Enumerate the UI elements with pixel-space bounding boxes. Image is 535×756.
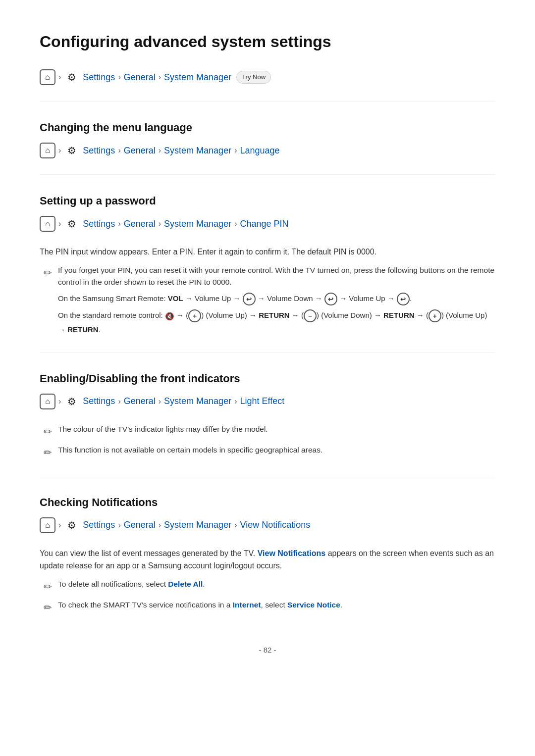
std-arrow-1: → ( bbox=[176, 311, 188, 319]
std-arrow-3b: ) (Volume Up) bbox=[441, 311, 487, 319]
std-vol-up-2: + bbox=[428, 309, 441, 322]
arrow-icon-2: › bbox=[118, 71, 120, 83]
home-icon-4: ⌂ bbox=[40, 394, 55, 409]
arrow-vol-1: → Volume Up → bbox=[185, 294, 243, 302]
circle-btn-3: ↩ bbox=[397, 293, 410, 305]
std-arrow-2: → ( bbox=[292, 311, 304, 319]
arrow-4-1: › bbox=[58, 396, 61, 407]
standard-remote-label: On the standard remote control: bbox=[58, 311, 165, 319]
general-link-2[interactable]: General bbox=[124, 144, 156, 157]
indicators-note-2: ✏ This function is not available on cert… bbox=[40, 444, 495, 460]
notifications-body: You can view the list of event messages … bbox=[40, 547, 495, 572]
system-manager-link-1[interactable]: System Manager bbox=[164, 71, 231, 84]
settings-icon-3: ⚙ bbox=[64, 216, 80, 232]
pencil-icon-2: ✏ bbox=[44, 424, 52, 439]
arrow-3-4: › bbox=[234, 218, 237, 230]
settings-link-2[interactable]: Settings bbox=[83, 144, 115, 157]
circle-btn-2: ↩ bbox=[324, 293, 337, 305]
settings-icon-1: ⚙ bbox=[64, 69, 80, 85]
arrow-5-2: › bbox=[118, 519, 120, 531]
arrow-5-1: › bbox=[58, 519, 61, 531]
home-icon: ⌂ bbox=[40, 69, 55, 85]
indicators-note-2-text: This function is not available on certai… bbox=[58, 444, 322, 456]
notifications-note-1-text: To delete all notifications, select Dele… bbox=[58, 578, 205, 591]
home-icon-3: ⌂ bbox=[40, 216, 55, 232]
light-effect-link[interactable]: Light Effect bbox=[240, 395, 284, 408]
indicators-note-1: ✏ The colour of the TV's indicator light… bbox=[40, 423, 495, 439]
password-note-1-text: If you forget your PIN, you can reset it… bbox=[58, 264, 495, 336]
arrow-4-3: › bbox=[159, 396, 161, 407]
settings-link-5[interactable]: Settings bbox=[83, 518, 115, 532]
std-vol-down: − bbox=[304, 309, 317, 322]
nav-path-4: ⌂ › ⚙ Settings › General › System Manage… bbox=[40, 394, 495, 409]
notifications-note-2: ✏ To check the SMART TV's service notifi… bbox=[40, 599, 495, 615]
service-notice-link[interactable]: Service Notice bbox=[287, 601, 340, 609]
section-indicators bbox=[40, 352, 495, 353]
arrow-2-1: › bbox=[58, 145, 61, 156]
internet-link[interactable]: Internet bbox=[233, 601, 261, 609]
system-manager-link-2[interactable]: System Manager bbox=[164, 144, 231, 157]
mute-icon: 🔇 bbox=[165, 309, 174, 323]
arrow-4-2: › bbox=[118, 396, 120, 407]
nav-path-2: ⌂ › ⚙ Settings › General › System Manage… bbox=[40, 143, 495, 158]
arrow-3-1: › bbox=[58, 218, 61, 230]
password-body: The PIN input window appears. Enter a PI… bbox=[40, 246, 495, 258]
nav-path-1: ⌂ › ⚙ Settings › General › System Manage… bbox=[40, 69, 495, 85]
view-notifications-link-nav[interactable]: View Notifications bbox=[240, 518, 310, 532]
arrow-5-3: › bbox=[159, 519, 161, 531]
section-indicators-title: Enabling/Disabling the front indicators bbox=[40, 370, 495, 387]
view-notifications-inline-link[interactable]: View Notifications bbox=[258, 549, 326, 557]
settings-link-3[interactable]: Settings bbox=[83, 217, 115, 231]
arrow-2-2: › bbox=[118, 145, 120, 156]
arrow-icon-3: › bbox=[159, 71, 161, 83]
vol-label: VOL bbox=[168, 294, 183, 302]
section-language-title: Changing the menu language bbox=[40, 119, 495, 136]
return-text-2: RETURN bbox=[383, 311, 415, 319]
page-number: - 82 - bbox=[40, 645, 495, 656]
arrow-3-3: › bbox=[159, 218, 161, 230]
notifications-body-1: You can view the list of event messages … bbox=[40, 549, 258, 557]
standard-remote-line: On the standard remote control: 🔇 → (+) … bbox=[58, 308, 495, 336]
settings-link-4[interactable]: Settings bbox=[83, 395, 115, 408]
password-note-1: ✏ If you forget your PIN, you can reset … bbox=[40, 264, 495, 336]
change-pin-link[interactable]: Change PIN bbox=[240, 217, 288, 231]
arrow-return-last: → bbox=[58, 325, 67, 334]
notifications-note-2-text: To check the SMART TV's service notifica… bbox=[58, 599, 342, 611]
page-title: Configuring advanced system settings bbox=[40, 30, 495, 53]
delete-all-link[interactable]: Delete All bbox=[168, 580, 203, 588]
indicators-note-1-text: The colour of the TV's indicator lights … bbox=[58, 423, 268, 436]
samsung-remote-line: On the Samsung Smart Remote: VOL → Volum… bbox=[58, 292, 495, 305]
std-arrow-3: → ( bbox=[417, 311, 428, 319]
settings-icon-5: ⚙ bbox=[64, 517, 80, 533]
arrow-5-4: › bbox=[234, 519, 237, 531]
nav-path-5: ⌂ › ⚙ Settings › General › System Manage… bbox=[40, 517, 495, 533]
system-manager-link-3[interactable]: System Manager bbox=[164, 217, 231, 231]
system-manager-link-5[interactable]: System Manager bbox=[164, 518, 231, 532]
home-icon-2: ⌂ bbox=[40, 143, 55, 158]
pencil-icon-3: ✏ bbox=[44, 445, 52, 460]
general-link-3[interactable]: General bbox=[124, 217, 156, 231]
return-text-3: RETURN bbox=[67, 325, 99, 334]
home-icon-5: ⌂ bbox=[40, 517, 55, 533]
arrow-2-3: › bbox=[159, 145, 161, 156]
pencil-icon-4: ✏ bbox=[44, 579, 52, 594]
arrow-vol-3: → Volume Up → bbox=[339, 294, 397, 302]
pencil-icon-5: ✏ bbox=[44, 600, 52, 615]
arrow-vol-2: → Volume Down → bbox=[258, 294, 324, 302]
section-notifications-title: Checking Notifications bbox=[40, 494, 495, 510]
section-language bbox=[40, 101, 495, 101]
arrow-icon-1: › bbox=[58, 71, 61, 83]
try-now-badge[interactable]: Try Now bbox=[236, 71, 271, 84]
settings-link-1[interactable]: Settings bbox=[83, 71, 115, 84]
samsung-remote-label: On the Samsung Smart Remote: bbox=[58, 294, 168, 302]
section-notifications bbox=[40, 476, 495, 476]
notifications-note-1: ✏ To delete all notifications, select De… bbox=[40, 578, 495, 594]
std-arrow-2b: ) (Volume Down) → bbox=[317, 311, 383, 319]
settings-icon-2: ⚙ bbox=[64, 143, 80, 158]
general-link-4[interactable]: General bbox=[124, 395, 156, 408]
section-password bbox=[40, 174, 495, 175]
language-link[interactable]: Language bbox=[240, 144, 279, 157]
system-manager-link-4[interactable]: System Manager bbox=[164, 395, 231, 408]
general-link-1[interactable]: General bbox=[124, 71, 156, 84]
general-link-5[interactable]: General bbox=[124, 518, 156, 532]
